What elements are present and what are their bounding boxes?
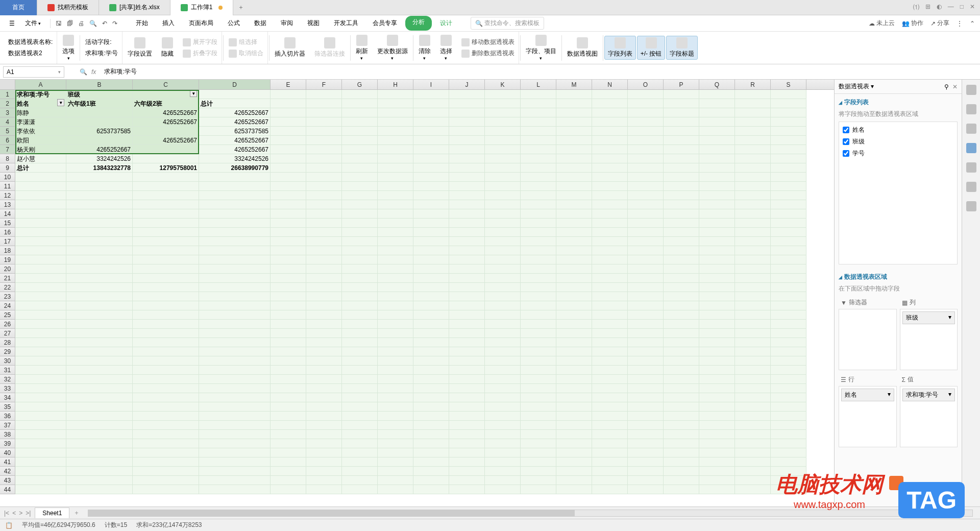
cell[interactable] xyxy=(66,237,133,246)
cell[interactable] xyxy=(556,402,592,412)
cell[interactable] xyxy=(485,448,521,457)
cell[interactable] xyxy=(378,246,413,255)
row-header[interactable]: 14 xyxy=(0,209,15,219)
tab-template[interactable]: 找稻壳模板 xyxy=(37,0,99,15)
cell[interactable] xyxy=(556,154,592,163)
cell[interactable] xyxy=(735,320,771,329)
cell[interactable] xyxy=(378,329,413,338)
cell[interactable] xyxy=(449,99,485,108)
cell[interactable] xyxy=(66,384,133,393)
cell[interactable] xyxy=(342,467,378,476)
col-header[interactable]: I xyxy=(413,80,449,89)
cell[interactable] xyxy=(735,246,771,255)
cell[interactable] xyxy=(592,173,628,182)
cell[interactable] xyxy=(449,467,485,476)
cell[interactable] xyxy=(378,173,413,182)
cell[interactable]: 总计 xyxy=(199,99,271,108)
cell[interactable] xyxy=(664,191,699,200)
cell[interactable] xyxy=(735,191,771,200)
cell[interactable] xyxy=(485,292,521,301)
cell[interactable] xyxy=(485,246,521,255)
cell[interactable] xyxy=(485,154,521,163)
cell[interactable] xyxy=(413,292,449,301)
cell[interactable] xyxy=(413,255,449,264)
cell[interactable] xyxy=(378,108,413,117)
cell[interactable] xyxy=(485,99,521,108)
sheet-tab[interactable]: Sheet1 xyxy=(35,508,69,518)
cell[interactable] xyxy=(271,228,306,237)
cell[interactable] xyxy=(342,255,378,264)
row-header[interactable]: 15 xyxy=(0,219,15,228)
cell[interactable] xyxy=(521,163,556,173)
filter-dropdown-icon[interactable]: ▾ xyxy=(57,99,64,106)
cell[interactable] xyxy=(449,310,485,320)
cell[interactable] xyxy=(771,191,806,200)
cell[interactable] xyxy=(699,366,735,375)
cell[interactable] xyxy=(771,301,806,310)
cell[interactable] xyxy=(378,191,413,200)
rail-image-icon[interactable] xyxy=(966,162,976,173)
cell[interactable] xyxy=(66,412,133,421)
tab-data[interactable]: 数据 xyxy=(248,16,273,31)
cell[interactable] xyxy=(449,292,485,301)
cell[interactable] xyxy=(485,200,521,209)
cell[interactable] xyxy=(413,99,449,108)
cell[interactable] xyxy=(664,421,699,430)
cell[interactable] xyxy=(199,301,271,310)
cell[interactable] xyxy=(628,127,664,136)
cell[interactable] xyxy=(628,283,664,292)
cell[interactable] xyxy=(592,439,628,448)
cell[interactable] xyxy=(521,209,556,219)
maximize-icon[interactable]: □ xyxy=(960,3,964,12)
tab-insert[interactable]: 插入 xyxy=(156,16,181,31)
cell[interactable] xyxy=(306,145,342,154)
cell[interactable] xyxy=(271,246,306,255)
cell[interactable] xyxy=(556,264,592,274)
cell[interactable] xyxy=(771,173,806,182)
cell[interactable] xyxy=(699,375,735,384)
cell[interactable] xyxy=(413,430,449,439)
cell[interactable] xyxy=(521,219,556,228)
cell[interactable] xyxy=(306,402,342,412)
cell[interactable] xyxy=(342,439,378,448)
cell[interactable] xyxy=(521,173,556,182)
cell[interactable] xyxy=(413,182,449,191)
cell[interactable] xyxy=(378,366,413,375)
cell[interactable] xyxy=(133,127,199,136)
cell[interactable] xyxy=(342,90,378,99)
pin-icon[interactable]: ⚲ xyxy=(944,83,949,90)
cell[interactable] xyxy=(771,99,806,108)
cell[interactable] xyxy=(485,310,521,320)
cell[interactable] xyxy=(771,163,806,173)
text-scale-icon[interactable]: ⑴ xyxy=(913,3,919,12)
cell[interactable] xyxy=(735,173,771,182)
cell[interactable]: 4265252667 xyxy=(199,136,271,145)
row-header[interactable]: 36 xyxy=(0,412,15,421)
cell[interactable] xyxy=(485,485,521,494)
cell[interactable] xyxy=(628,439,664,448)
cell[interactable] xyxy=(133,255,199,264)
cell[interactable] xyxy=(271,412,306,421)
rail-location-icon[interactable] xyxy=(966,182,976,192)
cell[interactable] xyxy=(771,117,806,127)
cell[interactable] xyxy=(771,439,806,448)
cell[interactable] xyxy=(485,412,521,421)
filter-area[interactable] xyxy=(839,309,897,370)
cell[interactable] xyxy=(485,366,521,375)
tab-formula[interactable]: 公式 xyxy=(222,16,246,31)
cell[interactable] xyxy=(199,209,271,219)
cell[interactable] xyxy=(664,127,699,136)
cell[interactable] xyxy=(378,375,413,384)
cell[interactable] xyxy=(66,209,133,219)
cell[interactable] xyxy=(271,467,306,476)
cell[interactable] xyxy=(556,283,592,292)
cell[interactable] xyxy=(133,356,199,366)
cell[interactable] xyxy=(306,274,342,283)
cell[interactable] xyxy=(664,200,699,209)
cell[interactable] xyxy=(628,402,664,412)
cell[interactable] xyxy=(342,393,378,402)
cell[interactable] xyxy=(771,310,806,320)
cell[interactable]: 4265252667 xyxy=(199,117,271,127)
cell[interactable] xyxy=(771,237,806,246)
cell[interactable] xyxy=(556,467,592,476)
